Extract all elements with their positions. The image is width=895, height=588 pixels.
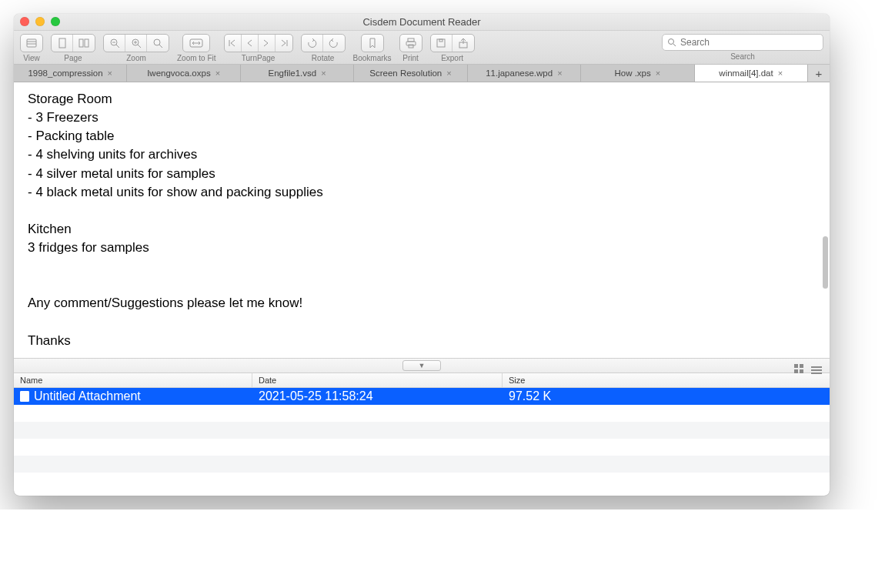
titlebar: Cisdem Document Reader — [14, 14, 830, 31]
document-text: Storage Room - 3 Freezers - Packing tabl… — [28, 90, 816, 350]
export-save-button[interactable] — [431, 35, 453, 52]
column-header-size[interactable]: Size — [503, 373, 830, 387]
tab[interactable]: winmail[4].dat× — [695, 65, 808, 82]
next-page-button[interactable] — [259, 35, 276, 52]
tab-label: winmail[4].dat — [719, 68, 773, 78]
svg-rect-4 — [79, 39, 83, 47]
document-content: Storage Room - 3 Freezers - Packing tabl… — [14, 82, 830, 358]
toolbar-group-page: Page — [51, 34, 95, 62]
attachment-size: 97.52 K — [503, 389, 830, 403]
grid-icon — [794, 364, 803, 373]
toolbar-label-rotate: Rotate — [312, 54, 334, 62]
bookmarks-button[interactable] — [362, 35, 383, 52]
svg-rect-3 — [59, 38, 65, 48]
tab[interactable]: How .xps× — [581, 65, 694, 82]
toolbar-label-zoomfit: Zoom to Fit — [177, 54, 216, 62]
svg-point-26 — [669, 39, 674, 45]
attachment-row-empty — [14, 405, 830, 422]
attachment-row-empty — [14, 439, 830, 456]
tab[interactable]: 1998_compression× — [14, 65, 127, 82]
close-window-button[interactable] — [20, 17, 29, 26]
close-tab-icon[interactable]: × — [215, 68, 220, 78]
view-button[interactable] — [21, 35, 42, 52]
toolbar-label-zoom: Zoom — [126, 54, 146, 62]
toolbar-label-view: View — [23, 54, 40, 62]
tab-label: Iwengvoca.oxps — [147, 68, 210, 78]
window-title: Cisdem Document Reader — [362, 16, 480, 28]
toolbar-group-print: Print — [399, 34, 422, 62]
zoom-actual-button[interactable] — [147, 35, 169, 52]
svg-rect-5 — [85, 39, 88, 47]
toolbar-group-zoom: Zoom — [103, 34, 169, 62]
page-double-button[interactable] — [73, 35, 95, 52]
toolbar-label-bookmarks: Bookmarks — [353, 54, 392, 62]
close-tab-icon[interactable]: × — [321, 68, 326, 78]
close-tab-icon[interactable]: × — [108, 68, 112, 78]
zoom-to-fit-button[interactable] — [183, 35, 209, 52]
close-tab-icon[interactable]: × — [778, 68, 783, 78]
file-icon — [20, 391, 29, 402]
search-field-wrap[interactable] — [662, 34, 823, 51]
attachment-row-empty — [14, 456, 830, 473]
first-page-button[interactable] — [225, 35, 242, 52]
export-share-button[interactable] — [453, 35, 474, 52]
attachment-row[interactable]: Untitled Attachment2021-05-25 11:58:2497… — [14, 388, 830, 405]
print-button[interactable] — [400, 35, 422, 52]
toolbar: View Page — [14, 31, 830, 65]
search-input[interactable] — [680, 37, 818, 48]
attachment-header: Name Date Size — [14, 373, 830, 388]
zoom-in-button[interactable] — [125, 35, 147, 52]
toolbar-label-export: Export — [441, 54, 463, 62]
toolbar-group-zoomfit: Zoom to Fit — [177, 34, 216, 62]
svg-rect-22 — [437, 39, 445, 47]
rotate-right-button[interactable] — [323, 35, 345, 52]
minimize-window-button[interactable] — [35, 17, 45, 26]
page-single-button[interactable] — [52, 35, 73, 52]
zoom-out-button[interactable] — [104, 35, 125, 52]
list-icon — [811, 366, 822, 374]
prev-page-button[interactable] — [242, 35, 259, 52]
column-header-name[interactable]: Name — [14, 373, 252, 387]
svg-rect-0 — [27, 39, 36, 47]
toolbar-group-export: Export — [430, 34, 475, 62]
column-header-date[interactable]: Date — [252, 373, 503, 387]
toolbar-group-bookmarks: Bookmarks — [353, 34, 392, 62]
zoom-window-button[interactable] — [51, 17, 60, 26]
toolbar-group-search: Search — [662, 34, 823, 61]
svg-line-10 — [138, 45, 141, 48]
attachment-date: 2021-05-25 11:58:24 — [252, 389, 503, 403]
tab[interactable]: Engfile1.vsd× — [241, 65, 354, 82]
collapse-handle[interactable]: ▼ — [402, 360, 441, 371]
close-tab-icon[interactable]: × — [557, 68, 562, 78]
chevron-down-icon: ▼ — [419, 362, 426, 369]
svg-rect-23 — [439, 39, 442, 42]
scrollbar-thumb[interactable] — [823, 236, 828, 289]
close-tab-icon[interactable]: × — [446, 68, 451, 78]
attachment-name: Untitled Attachment — [34, 389, 141, 403]
pane-divider-bar: ▼ — [14, 358, 830, 373]
last-page-button[interactable] — [276, 35, 292, 52]
svg-rect-19 — [408, 38, 414, 42]
document-area: Storage Room - 3 Freezers - Packing tabl… — [14, 82, 830, 358]
toolbar-label-turnpage: TurnPage — [242, 54, 276, 62]
svg-line-7 — [116, 45, 119, 48]
toolbar-group-turnpage: TurnPage — [224, 34, 293, 62]
toolbar-label-search: Search — [730, 52, 755, 61]
tab[interactable]: 11.japanese.wpd× — [468, 65, 581, 82]
tab-label: How .xps — [614, 68, 650, 78]
list-view-button[interactable] — [811, 358, 822, 374]
grid-view-button[interactable] — [794, 358, 803, 374]
traffic-lights — [20, 17, 60, 26]
app-window: Cisdem Document Reader View Page — [14, 14, 830, 496]
rotate-left-button[interactable] — [302, 35, 323, 52]
tab-label: Engfile1.vsd — [269, 68, 317, 78]
close-tab-icon[interactable]: × — [656, 68, 660, 78]
tab[interactable]: Iwengvoca.oxps× — [127, 65, 240, 82]
toolbar-label-print: Print — [402, 54, 419, 62]
svg-point-13 — [154, 39, 160, 45]
attachment-list: Untitled Attachment2021-05-25 11:58:2497… — [14, 388, 830, 496]
tab[interactable]: Screen Resolution× — [354, 65, 467, 82]
attachment-row-empty — [14, 473, 830, 489]
add-tab-button[interactable]: + — [808, 65, 830, 82]
tab-label: Screen Resolution — [369, 68, 442, 78]
